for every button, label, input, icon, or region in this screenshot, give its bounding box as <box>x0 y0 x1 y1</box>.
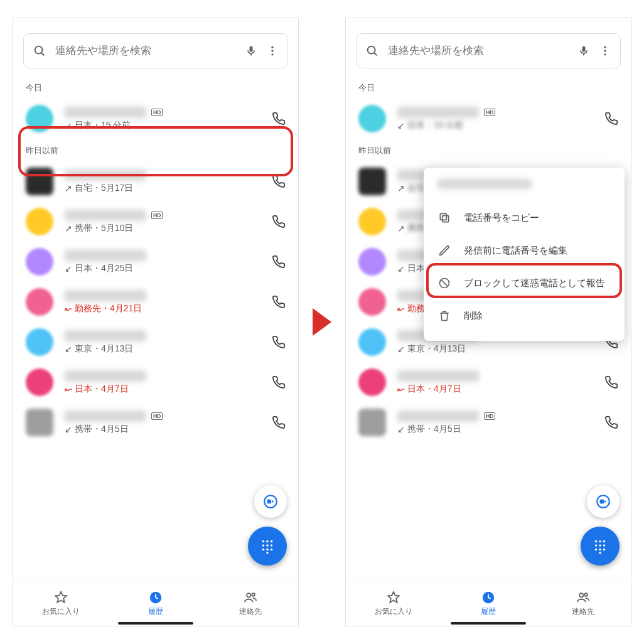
search-bar[interactable] <box>23 33 288 68</box>
call-button[interactable] <box>272 416 286 429</box>
call-button[interactable] <box>272 255 286 269</box>
svg-point-14 <box>271 549 272 550</box>
call-row[interactable]: HD↙日本・15 分前 <box>13 99 298 139</box>
nav-indicator <box>451 622 526 625</box>
svg-rect-24 <box>443 216 449 222</box>
search-input[interactable] <box>388 45 569 57</box>
call-button[interactable] <box>604 112 618 126</box>
trash-icon <box>437 309 451 322</box>
mic-icon[interactable] <box>245 45 257 57</box>
section-today: 今日 <box>13 76 298 99</box>
fab-dialpad[interactable] <box>581 527 620 566</box>
search-input[interactable] <box>55 45 236 57</box>
block-icon <box>437 277 451 289</box>
call-button[interactable] <box>604 416 618 429</box>
avatar <box>26 208 53 235</box>
svg-point-2 <box>271 46 273 48</box>
contact-name-blurred <box>65 107 146 118</box>
call-button[interactable] <box>272 215 286 228</box>
nav-contacts[interactable]: 連絡先 <box>536 581 631 626</box>
svg-point-9 <box>262 544 264 546</box>
call-button[interactable] <box>604 375 618 389</box>
nav-favorites[interactable]: お気に入り <box>13 581 108 626</box>
bottom-nav: お気に入り 履歴 連絡先 <box>346 581 631 626</box>
svg-point-19 <box>368 46 375 54</box>
call-row[interactable]: ↙日本・4月25日 <box>13 242 298 282</box>
menu-copy[interactable]: 電話番号をコピー <box>424 201 625 234</box>
svg-line-1 <box>41 53 44 55</box>
call-row[interactable]: ↜日本・4月7日 <box>13 362 298 402</box>
svg-point-32 <box>595 544 597 546</box>
nav-favorites[interactable]: お気に入り <box>346 581 441 626</box>
menu-delete[interactable]: 削除 <box>424 299 625 332</box>
section-today: 今日 <box>346 76 631 99</box>
call-detail: ↙日本・4月25日 <box>65 263 260 274</box>
call-detail: ↙日本・15 分前 <box>397 120 593 131</box>
context-menu: 電話番号をコピー 発信前に電話番号を編集 ブロックして迷惑電話として報告 削除 <box>424 168 625 341</box>
arrow-icon <box>313 308 331 336</box>
call-detail: ↙東京・4月13日 <box>397 343 593 355</box>
avatar <box>358 288 386 316</box>
avatar <box>358 208 386 235</box>
nav-history[interactable]: 履歴 <box>108 581 203 626</box>
hd-badge: HD <box>484 412 495 420</box>
section-earlier: 昨日以前 <box>346 139 631 161</box>
svg-point-18 <box>252 593 255 596</box>
hd-badge: HD <box>151 412 163 420</box>
fab-dialpad[interactable] <box>248 527 287 566</box>
call-detail: ↗携帯・5月10日 <box>65 223 260 234</box>
call-button[interactable] <box>272 375 286 389</box>
call-row[interactable]: HD↙携帯・4月5日 <box>346 402 631 443</box>
svg-point-40 <box>579 593 583 597</box>
svg-point-21 <box>604 46 606 48</box>
svg-point-41 <box>585 593 588 596</box>
avatar <box>26 105 53 132</box>
contact-name-blurred <box>65 210 146 221</box>
contact-name-blurred <box>397 107 479 118</box>
nav-contacts[interactable]: 連絡先 <box>203 581 298 626</box>
svg-point-29 <box>595 540 597 542</box>
avatar <box>26 409 53 436</box>
call-button[interactable] <box>272 112 286 126</box>
call-row[interactable]: HD↙日本・15 分前 <box>346 99 631 139</box>
more-icon[interactable] <box>599 45 611 57</box>
hd-badge: HD <box>151 109 163 116</box>
svg-point-6 <box>262 540 264 542</box>
mic-icon[interactable] <box>577 45 590 57</box>
search-bar[interactable] <box>356 33 621 68</box>
menu-block[interactable]: ブロックして迷惑電話として報告 <box>424 267 625 299</box>
contact-name-blurred <box>65 250 146 261</box>
call-detail: ↗自宅・5月17日 <box>65 183 260 194</box>
more-icon[interactable] <box>266 45 279 57</box>
call-row[interactable]: HD↙携帯・4月5日 <box>13 402 298 443</box>
call-button[interactable] <box>272 174 286 188</box>
nav-history[interactable]: 履歴 <box>441 581 535 626</box>
svg-point-3 <box>271 50 273 51</box>
svg-point-15 <box>266 552 268 554</box>
call-detail: ↙携帯・4月5日 <box>397 424 593 435</box>
svg-point-22 <box>604 50 606 51</box>
fab-video[interactable] <box>254 485 287 518</box>
section-earlier: 昨日以前 <box>13 139 298 161</box>
call-row[interactable]: ↙東京・4月13日 <box>13 322 298 362</box>
svg-point-35 <box>595 549 597 550</box>
call-row[interactable]: ↗自宅・5月17日 <box>13 161 298 201</box>
avatar <box>26 328 53 356</box>
menu-edit[interactable]: 発信前に電話番号を編集 <box>424 234 625 267</box>
avatar <box>26 368 53 396</box>
avatar <box>26 248 53 276</box>
svg-point-8 <box>271 540 272 542</box>
pencil-icon <box>437 244 451 257</box>
svg-point-33 <box>599 544 601 546</box>
hd-badge: HD <box>151 212 163 219</box>
call-row[interactable]: ↜日本・4月7日 <box>346 362 631 402</box>
fab-video[interactable] <box>587 485 620 518</box>
avatar <box>26 168 53 195</box>
search-icon <box>33 44 46 58</box>
svg-point-11 <box>271 544 272 546</box>
call-button[interactable] <box>272 335 286 349</box>
call-row[interactable]: HD↗携帯・5月10日 <box>13 201 298 242</box>
call-button[interactable] <box>272 295 286 309</box>
call-row[interactable]: ↜勤務先・4月21日 <box>13 282 298 322</box>
svg-line-20 <box>374 53 377 55</box>
